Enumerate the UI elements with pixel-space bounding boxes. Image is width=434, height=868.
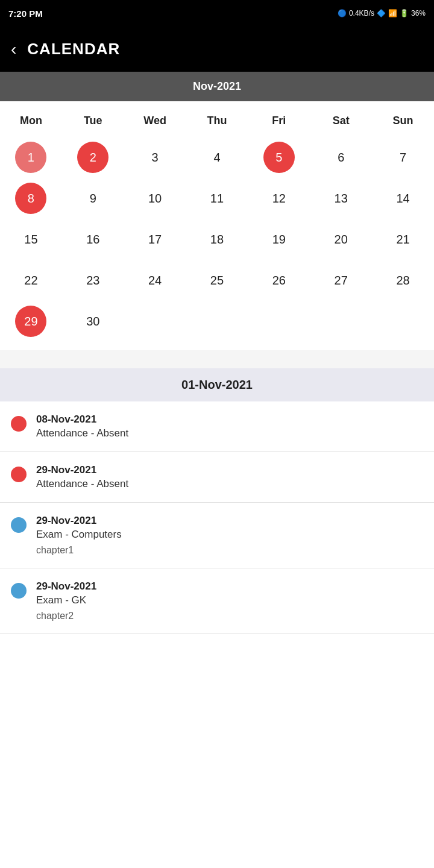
weekday-label: Thu <box>186 112 248 130</box>
weekday-label: Mon <box>0 112 62 130</box>
status-icons: 🔵 0.4KB/s 🔷 📶 🔋 36% <box>338 9 426 17</box>
calendar-day <box>372 301 434 342</box>
calendar-day[interactable]: 12 <box>248 178 310 219</box>
event-dot <box>11 517 27 533</box>
calendar-day[interactable]: 24 <box>124 260 186 301</box>
event-date: 29-Nov-2021 <box>36 464 128 476</box>
event-header-date: 01-Nov-2021 <box>181 378 253 391</box>
event-item[interactable]: 08-Nov-2021Attendance - Absent <box>0 401 434 452</box>
calendar-day <box>124 301 186 342</box>
calendar-day[interactable]: 15 <box>0 219 62 260</box>
calendar-day[interactable]: 6 <box>310 137 372 178</box>
calendar-day[interactable]: 19 <box>248 219 310 260</box>
event-dot <box>11 467 27 482</box>
calendar-day[interactable]: 10 <box>124 178 186 219</box>
weekday-row: MonTueWedThuFriSatSun <box>0 107 434 134</box>
back-button[interactable]: ‹ <box>11 41 16 58</box>
event-content: 29-Nov-2021Exam - GKchapter2 <box>36 580 96 621</box>
network-icon: 🔵 <box>338 9 347 17</box>
calendar-day[interactable]: 1 <box>0 137 62 178</box>
event-content: 29-Nov-2021Exam - Computerschapter1 <box>36 515 122 556</box>
calendar-day[interactable]: 3 <box>124 137 186 178</box>
event-item[interactable]: 29-Nov-2021Exam - Computerschapter1 <box>0 503 434 568</box>
calendar-day[interactable]: 5 <box>248 137 310 178</box>
calendar-day[interactable]: 21 <box>372 219 434 260</box>
calendar-day[interactable]: 25 <box>186 260 248 301</box>
battery-level: 36% <box>411 9 426 17</box>
event-content: 08-Nov-2021Attendance - Absent <box>36 414 128 439</box>
battery-icon: 🔋 <box>400 9 409 17</box>
event-title: Exam - Computers <box>36 529 122 541</box>
network-speed: 0.4KB/s <box>349 9 374 17</box>
calendar-day[interactable]: 8 <box>0 178 62 219</box>
event-title: Exam - GK <box>36 594 96 606</box>
calendar-day <box>310 301 372 342</box>
event-date: 08-Nov-2021 <box>36 414 128 426</box>
calendar-day[interactable]: 27 <box>310 260 372 301</box>
event-date: 29-Nov-2021 <box>36 580 96 593</box>
calendar-day[interactable]: 30 <box>62 301 124 342</box>
calendar-day[interactable]: 9 <box>62 178 124 219</box>
calendar-day[interactable]: 20 <box>310 219 372 260</box>
weekday-label: Wed <box>124 112 186 130</box>
calendar-container: MonTueWedThuFriSatSun 123456789101112131… <box>0 101 434 350</box>
event-date: 29-Nov-2021 <box>36 515 122 527</box>
calendar-day[interactable]: 23 <box>62 260 124 301</box>
calendar-day[interactable]: 7 <box>372 137 434 178</box>
event-dot <box>11 583 27 599</box>
calendar-day[interactable]: 28 <box>372 260 434 301</box>
calendar-grid: 1234567891011121314151617181920212223242… <box>0 134 434 344</box>
signal-icon: 📶 <box>388 9 397 17</box>
weekday-label: Sat <box>310 112 372 130</box>
event-item[interactable]: 29-Nov-2021Attendance - Absent <box>0 452 434 503</box>
weekday-label: Sun <box>372 112 434 130</box>
app-header: ‹ CALENDAR <box>0 27 434 72</box>
calendar-day <box>186 301 248 342</box>
calendar-day[interactable]: 22 <box>0 260 62 301</box>
calendar-day[interactable]: 26 <box>248 260 310 301</box>
calendar-day[interactable]: 14 <box>372 178 434 219</box>
status-time: 7:20 PM <box>8 8 43 19</box>
calendar-day[interactable]: 2 <box>62 137 124 178</box>
event-section-header: 01-Nov-2021 <box>0 368 434 401</box>
calendar-day[interactable]: 18 <box>186 219 248 260</box>
month-header[interactable]: Nov-2021 <box>0 72 434 101</box>
event-item[interactable]: 29-Nov-2021Exam - GKchapter2 <box>0 568 434 634</box>
event-content: 29-Nov-2021Attendance - Absent <box>36 464 128 490</box>
calendar-day[interactable]: 29 <box>0 301 62 342</box>
calendar-day[interactable]: 11 <box>186 178 248 219</box>
calendar-day <box>248 301 310 342</box>
status-bar: 7:20 PM 🔵 0.4KB/s 🔷 📶 🔋 36% <box>0 0 434 27</box>
event-subtitle: chapter2 <box>36 611 96 621</box>
event-dot <box>11 416 27 432</box>
bluetooth-icon: 🔷 <box>377 9 386 17</box>
weekday-label: Fri <box>248 112 310 130</box>
calendar-day[interactable]: 13 <box>310 178 372 219</box>
event-title: Attendance - Absent <box>36 478 128 490</box>
event-title: Attendance - Absent <box>36 427 128 439</box>
calendar-day[interactable]: 4 <box>186 137 248 178</box>
section-divider <box>0 350 434 368</box>
weekday-label: Tue <box>62 112 124 130</box>
calendar-day[interactable]: 16 <box>62 219 124 260</box>
event-subtitle: chapter1 <box>36 545 122 556</box>
month-label: Nov-2021 <box>193 80 241 92</box>
page-title: CALENDAR <box>27 40 120 58</box>
event-list: 08-Nov-2021Attendance - Absent29-Nov-202… <box>0 401 434 634</box>
calendar-day[interactable]: 17 <box>124 219 186 260</box>
